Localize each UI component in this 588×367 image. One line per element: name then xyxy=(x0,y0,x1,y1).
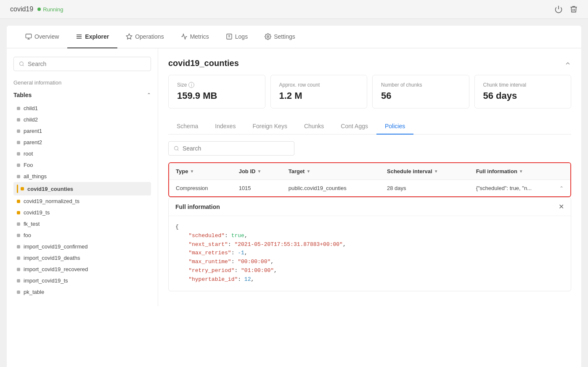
sidebar-search-icon xyxy=(19,61,24,67)
sidebar-table-item[interactable]: parent2 xyxy=(13,137,151,148)
table-item-name: foo xyxy=(24,232,31,238)
sidebar-search-box[interactable] xyxy=(13,57,151,71)
sidebar-table-item[interactable]: pk_table xyxy=(13,286,151,298)
sidebar-table-item[interactable]: foo xyxy=(13,230,151,241)
overview-icon xyxy=(25,33,32,40)
sidebar-table-item[interactable]: child2 xyxy=(13,114,151,125)
sidebar-table-item[interactable]: Foo xyxy=(13,159,151,171)
table-item-name: Foo xyxy=(24,162,33,168)
col-schedule-sort[interactable]: ▼ xyxy=(434,169,438,174)
table-dot-icon xyxy=(17,164,20,167)
sidebar-table-item[interactable]: root xyxy=(13,148,151,159)
col-target: Target▼ xyxy=(282,163,380,180)
sidebar-table-item[interactable]: import_covid19_recovered xyxy=(13,264,151,275)
policy-search-input[interactable] xyxy=(183,145,289,152)
table-dot-icon xyxy=(17,175,20,178)
table-dot-icon xyxy=(21,187,24,190)
expand-fullinfo-icon[interactable]: ⌃ xyxy=(559,185,564,191)
cell-schedule: 28 days xyxy=(380,180,469,197)
policy-search-icon xyxy=(174,145,179,151)
table-item-name: pk_table xyxy=(24,289,44,295)
svg-point-14 xyxy=(175,146,178,150)
trash-icon[interactable] xyxy=(569,5,578,13)
svg-line-15 xyxy=(177,150,178,150)
col-jobid-sort[interactable]: ▼ xyxy=(257,169,261,174)
sidebar-table-item[interactable]: import_covid19_confirmed xyxy=(13,241,151,252)
sub-tab-foreign-keys[interactable]: Foreign Keys xyxy=(244,119,295,135)
tables-header: Tables ⌃ xyxy=(13,92,151,98)
general-information-label: General information xyxy=(13,79,151,86)
settings-icon xyxy=(265,33,271,40)
tab-metrics[interactable]: Metrics xyxy=(172,26,217,48)
sidebar-table-item[interactable]: all_things xyxy=(13,171,151,182)
sub-tab-schema[interactable]: Schema xyxy=(168,119,207,135)
tab-settings[interactable]: Settings xyxy=(256,26,304,48)
table-item-name: covid19_ts xyxy=(24,209,50,216)
table-header-row: covid19_counties xyxy=(168,58,571,68)
power-icon[interactable] xyxy=(554,5,563,13)
sidebar-table-item[interactable]: covid19_counties xyxy=(13,182,151,195)
stats-row: Sizei159.9 MBApprox. row count1.2 MNumbe… xyxy=(168,75,571,108)
svg-rect-1 xyxy=(26,34,31,38)
metrics-icon xyxy=(181,33,188,40)
topbar-left: covid19 Running xyxy=(10,5,64,13)
sidebar-table-item[interactable]: covid19_ts xyxy=(13,207,151,218)
sidebar-table-item[interactable]: covid19_normalized_ts xyxy=(13,195,151,207)
svg-line-13 xyxy=(23,65,24,66)
topbar: covid19 Running xyxy=(0,0,588,19)
table-item-name: import_covid19_ts xyxy=(24,277,68,284)
col-fullinfo-label: Full information xyxy=(476,168,517,174)
stat-value: 159.9 MB xyxy=(177,90,257,101)
table-item-name: all_things xyxy=(24,173,47,180)
tables-collapse-icon[interactable]: ⌃ xyxy=(147,92,151,98)
tab-operations-label: Operations xyxy=(135,33,164,40)
main-container: Overview Explorer Operations Metrics Log… xyxy=(7,26,581,367)
cell-jobid: 1015 xyxy=(232,180,282,197)
table-name: covid19_counties xyxy=(168,58,239,68)
col-type-sort[interactable]: ▼ xyxy=(190,169,194,174)
cell-fullinfo: {"scheduled": true, "n... ⌃ xyxy=(469,180,570,196)
svg-point-11 xyxy=(267,36,269,37)
sidebar-table-item[interactable]: import_covid19_deaths xyxy=(13,252,151,264)
cell-type: Compression xyxy=(169,180,232,197)
table-item-name: import_covid19_confirmed xyxy=(24,243,87,250)
policy-search-box[interactable] xyxy=(168,141,294,156)
close-fullinfo-button[interactable]: ✕ xyxy=(559,203,564,211)
tab-overview[interactable]: Overview xyxy=(17,26,67,48)
table-item-name: import_covid19_recovered xyxy=(24,266,88,272)
full-info-preview: {"scheduled": true, "n... xyxy=(476,185,532,191)
sidebar-table-item[interactable]: import_covid19_ts xyxy=(13,275,151,286)
table-item-name: covid19_counties xyxy=(27,186,73,192)
stat-value: 1.2 M xyxy=(279,90,359,101)
status-text: Running xyxy=(43,6,63,13)
collapse-table-icon[interactable] xyxy=(564,60,571,67)
table-dot-icon xyxy=(17,107,20,110)
tab-logs[interactable]: Logs xyxy=(217,26,256,48)
tab-explorer[interactable]: Explorer xyxy=(67,26,117,48)
sub-tab-indexes[interactable]: Indexes xyxy=(207,119,244,135)
sidebar-table-item[interactable]: child1 xyxy=(13,103,151,114)
policy-table-wrapper: Type▼ Job ID▼ Target▼ Schedule interval▼… xyxy=(168,162,571,197)
table-row: Compression 1015 public.covid19_counties… xyxy=(169,180,570,197)
sub-tab-cont-aggs[interactable]: Cont Aggs xyxy=(332,119,376,135)
stat-card: Number of chunks56 xyxy=(372,75,469,108)
sidebar-table-item[interactable]: parent1 xyxy=(13,125,151,137)
col-type: Type▼ xyxy=(169,163,232,180)
sub-tab-chunks[interactable]: Chunks xyxy=(296,119,332,135)
cell-target: public.covid19_counties xyxy=(282,180,380,197)
sub-tab-policies[interactable]: Policies xyxy=(376,119,413,135)
table-dot-icon xyxy=(17,129,20,133)
full-info-header: Full information ✕ xyxy=(169,198,571,216)
info-icon[interactable]: i xyxy=(188,82,194,88)
content-area: General information Tables ⌃ child1child… xyxy=(7,48,581,306)
col-fullinfo-sort[interactable]: ▼ xyxy=(519,169,523,174)
sidebar-table-item[interactable]: fk_test xyxy=(13,218,151,230)
table-dot-icon xyxy=(17,234,20,237)
sidebar-search-input[interactable] xyxy=(28,61,146,67)
tab-operations[interactable]: Operations xyxy=(117,26,172,48)
col-target-sort[interactable]: ▼ xyxy=(306,169,310,174)
table-dot-icon xyxy=(17,118,20,121)
table-dot-icon xyxy=(17,279,20,283)
nav-tabs: Overview Explorer Operations Metrics Log… xyxy=(7,26,581,48)
table-item-name: parent2 xyxy=(24,139,42,145)
